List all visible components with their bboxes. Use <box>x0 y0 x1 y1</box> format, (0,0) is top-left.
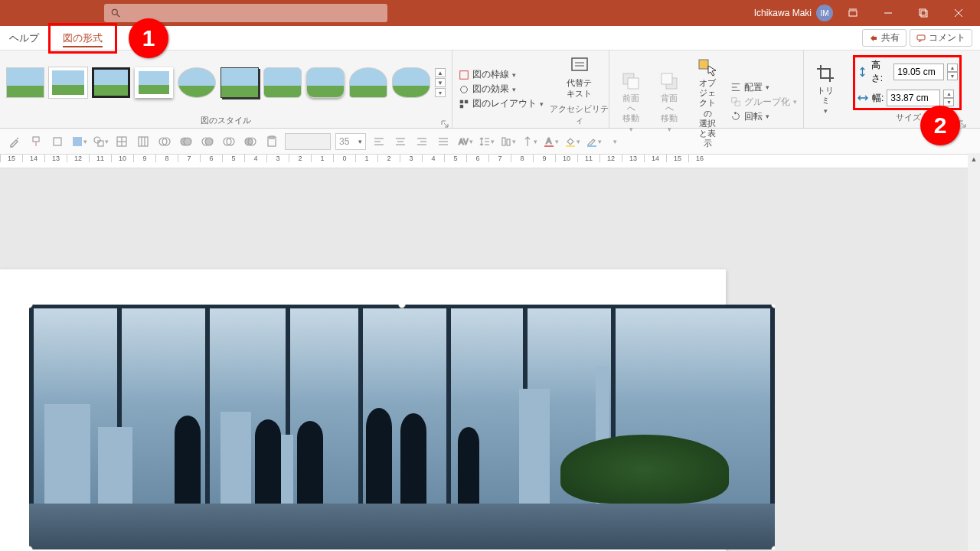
dialog-launcher[interactable] <box>441 117 450 126</box>
group-crop: トリミ▾ <box>804 51 847 128</box>
outline-color-icon[interactable]: ▾ <box>585 133 602 150</box>
picture-style-thumb[interactable] <box>49 67 87 98</box>
distribute-icon[interactable]: ▾ <box>521 133 537 150</box>
picture-style-thumb[interactable] <box>263 67 302 98</box>
shape-outline-icon[interactable]: ▾ <box>70 133 87 150</box>
ruler-tick: 7 <box>178 155 200 162</box>
chevron-down-icon[interactable]: ▼ <box>435 78 446 87</box>
share-button[interactable]: 共有 <box>862 29 906 47</box>
font-family-selector[interactable] <box>285 133 331 150</box>
ruler-tick: 16 <box>688 155 710 162</box>
ruler-tick: 1 <box>311 155 333 162</box>
avatar[interactable]: IM <box>816 5 833 21</box>
tab-picture-format[interactable]: 図の形式 <box>54 27 112 50</box>
resize-handle-se[interactable] <box>771 546 775 549</box>
ruler-tick: 14 <box>22 155 44 162</box>
style-gallery-scroll[interactable]: ▲ ▼ ▾ <box>435 68 446 97</box>
alt-text-button[interactable]: 代替テ キスト <box>562 54 596 99</box>
maximize-button[interactable] <box>908 0 939 26</box>
more-commands-icon[interactable]: ▾ <box>606 133 623 150</box>
align-justify-icon[interactable] <box>435 133 452 150</box>
bring-forward-button[interactable]: 前面へ 移動▾ <box>616 69 646 135</box>
chevron-up-icon[interactable]: ▲ <box>435 68 446 77</box>
selection-pane-button[interactable]: オブジェクトの 選択と表示 <box>692 54 723 150</box>
picture-style-thumb[interactable] <box>392 67 430 98</box>
ruler-tick: 4 <box>244 155 266 162</box>
picture-style-thumb[interactable] <box>306 67 345 98</box>
merge-intersect-icon[interactable] <box>220 133 237 150</box>
picture-border-button[interactable]: 図の枠線▾ <box>459 68 544 81</box>
ruler-tick: 12 <box>599 155 622 162</box>
width-spinner[interactable]: ▲▼ <box>943 90 954 106</box>
picture-layout-button[interactable]: 図のレイアウト▾ <box>459 97 544 110</box>
picture-style-thumb[interactable] <box>135 67 173 98</box>
chevron-down-icon: ▾ <box>540 100 544 108</box>
width-input[interactable]: 33.87 cm <box>887 90 940 106</box>
ribbon: ▲ ▼ ▾ 図のスタイル 図の枠線▾ 図の効果▾ 図のレイアウト▾ 代替テ キス… <box>0 51 980 129</box>
picture-style-thumb[interactable] <box>349 67 387 98</box>
slide-canvas[interactable] <box>0 168 968 551</box>
ruler-tick: 13 <box>44 155 67 162</box>
line-spacing-icon[interactable]: ▾ <box>478 133 495 150</box>
scroll-up-icon[interactable]: ▲ <box>968 153 980 165</box>
share-icon <box>869 34 878 43</box>
character-spacing-icon[interactable]: AV▾ <box>456 133 473 150</box>
eyedropper-icon[interactable] <box>6 133 23 150</box>
ruler-tick: 8 <box>155 155 178 162</box>
height-spinner[interactable]: ▲▼ <box>947 64 958 80</box>
merge-union-icon[interactable] <box>178 133 194 150</box>
align-center-icon[interactable] <box>392 133 409 150</box>
ruler-tick: 0 <box>333 155 355 162</box>
font-color-icon[interactable]: A▾ <box>542 133 559 150</box>
delete-column-icon[interactable] <box>135 133 152 150</box>
picture-style-thumb[interactable] <box>220 67 259 98</box>
callout-box-2: 高さ: 19.05 cm ▲▼ 幅: 33.87 cm ▲▼ <box>853 55 962 110</box>
tab-help[interactable]: ヘルプ <box>0 27 48 50</box>
font-size-selector[interactable]: 35▾ <box>335 133 366 150</box>
vertical-scrollbar[interactable]: ▲ <box>968 153 980 551</box>
merge-combine-icon[interactable] <box>199 133 216 150</box>
svg-text:A: A <box>546 136 552 145</box>
more-icon[interactable]: ▾ <box>435 88 446 97</box>
picture-style-thumb[interactable] <box>178 67 216 98</box>
comment-icon <box>916 34 926 43</box>
align-right-icon[interactable] <box>413 133 430 150</box>
comment-button[interactable]: コメント <box>910 29 972 47</box>
send-backward-button[interactable]: 背面へ 移動▾ <box>654 69 684 135</box>
new-slide-icon[interactable] <box>49 133 66 150</box>
align-button[interactable]: 配置▾ <box>730 81 797 94</box>
fill-color-icon[interactable]: ▾ <box>564 133 580 150</box>
crop-icon <box>815 63 836 84</box>
table-icon[interactable] <box>113 133 130 150</box>
svg-rect-68 <box>507 139 510 145</box>
svg-rect-50 <box>270 136 274 139</box>
selected-picture[interactable] <box>29 305 775 549</box>
paste-from-icon[interactable] <box>263 133 280 150</box>
height-input[interactable]: 19.05 cm <box>893 64 944 80</box>
picture-style-thumb[interactable] <box>92 67 130 98</box>
close-button[interactable] <box>943 0 974 26</box>
picture-style-thumb[interactable] <box>6 67 44 98</box>
svg-rect-13 <box>465 99 468 103</box>
rotate-button[interactable]: 回転▾ <box>730 110 797 123</box>
group-button[interactable]: グループ化▾ <box>730 96 797 109</box>
minimize-button[interactable] <box>873 0 903 26</box>
svg-rect-19 <box>628 78 639 89</box>
ribbon-display-button[interactable] <box>838 0 868 26</box>
svg-rect-32 <box>98 141 103 146</box>
format-painter-icon[interactable] <box>28 133 44 150</box>
align-objects-icon[interactable]: ▾ <box>499 133 516 150</box>
height-icon <box>857 66 868 78</box>
shapes-icon[interactable]: ▾ <box>92 133 109 150</box>
svg-rect-67 <box>502 138 505 145</box>
svg-rect-28 <box>33 137 39 142</box>
ruler-tick: 5 <box>444 155 466 162</box>
merge-subtract-icon[interactable] <box>242 133 259 150</box>
crop-button[interactable]: トリミ▾ <box>810 61 841 117</box>
height-row: 高さ: 19.05 cm ▲▼ <box>857 59 958 85</box>
picture-effects-button[interactable]: 図の効果▾ <box>459 83 544 96</box>
align-left-icon[interactable] <box>371 133 387 150</box>
merge-back-icon[interactable] <box>156 133 173 150</box>
ruler-tick: 3 <box>266 155 289 162</box>
group-label: アクセシビリティ <box>550 103 609 128</box>
